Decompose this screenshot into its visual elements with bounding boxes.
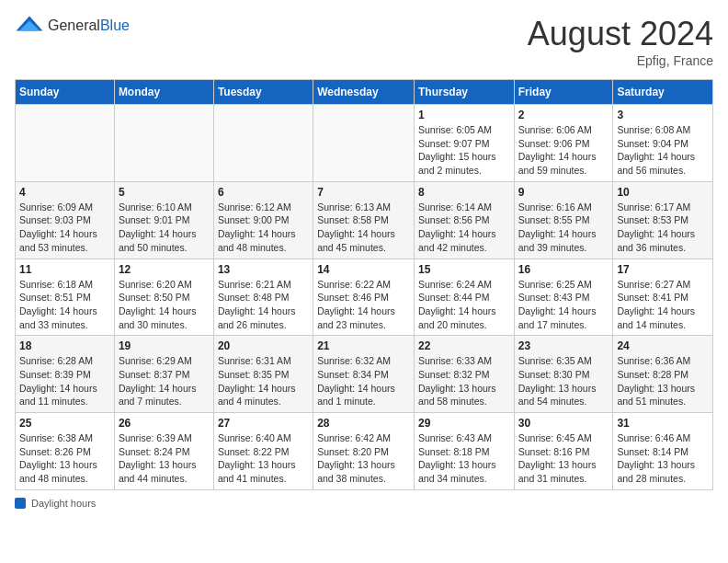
location-subtitle: Epfig, France [528,53,713,68]
calendar-cell: 27Sunrise: 6:40 AMSunset: 8:22 PMDayligh… [213,413,313,490]
day-info: Sunrise: 6:28 AMSunset: 8:39 PMDaylight:… [19,354,110,408]
day-number: 26 [119,417,210,430]
weekday-header-friday: Friday [514,80,613,105]
calendar-cell: 9Sunrise: 6:16 AMSunset: 8:55 PMDaylight… [514,181,613,259]
weekday-header-row: SundayMondayTuesdayWednesdayThursdayFrid… [16,80,713,105]
day-number: 4 [19,186,110,199]
day-number: 8 [418,186,510,199]
day-number: 20 [218,339,309,352]
logo: GeneralBlue [15,15,130,37]
day-info: Sunrise: 6:08 AMSunset: 9:04 PMDaylight:… [617,123,709,178]
day-number: 17 [617,263,709,276]
day-number: 5 [119,186,210,199]
calendar-cell: 23Sunrise: 6:35 AMSunset: 8:30 PMDayligh… [514,336,613,413]
calendar-cell: 22Sunrise: 6:33 AMSunset: 8:32 PMDayligh… [414,336,514,413]
day-info: Sunrise: 6:33 AMSunset: 8:32 PMDaylight:… [418,354,510,408]
calendar-cell [16,105,115,182]
calendar-cell: 8Sunrise: 6:14 AMSunset: 8:56 PMDaylight… [414,181,514,259]
day-info: Sunrise: 6:22 AMSunset: 8:46 PMDaylight:… [317,278,410,332]
day-number: 30 [518,417,609,430]
calendar-cell: 10Sunrise: 6:17 AMSunset: 8:53 PMDayligh… [613,181,713,259]
calendar-cell: 16Sunrise: 6:25 AMSunset: 8:43 PMDayligh… [514,259,613,336]
calendar-table: SundayMondayTuesdayWednesdayThursdayFrid… [15,79,713,490]
day-info: Sunrise: 6:27 AMSunset: 8:41 PMDaylight:… [617,278,709,332]
calendar-cell: 30Sunrise: 6:45 AMSunset: 8:16 PMDayligh… [514,413,613,490]
calendar-cell: 1Sunrise: 6:05 AMSunset: 9:07 PMDaylight… [414,105,514,182]
calendar-cell: 29Sunrise: 6:43 AMSunset: 8:18 PMDayligh… [414,413,514,490]
calendar-cell [213,105,313,182]
calendar-cell: 7Sunrise: 6:13 AMSunset: 8:58 PMDaylight… [313,181,415,259]
day-number: 2 [518,109,609,121]
day-info: Sunrise: 6:38 AMSunset: 8:26 PMDaylight:… [19,431,110,486]
day-number: 6 [218,186,309,199]
day-number: 19 [119,339,210,352]
calendar-cell: 20Sunrise: 6:31 AMSunset: 8:35 PMDayligh… [213,336,313,413]
day-number: 1 [418,109,510,121]
calendar-week-row: 25Sunrise: 6:38 AMSunset: 8:26 PMDayligh… [16,413,713,490]
day-info: Sunrise: 6:10 AMSunset: 9:01 PMDaylight:… [119,201,210,255]
calendar-cell: 2Sunrise: 6:06 AMSunset: 9:06 PMDaylight… [514,105,613,182]
day-number: 23 [518,339,609,352]
day-info: Sunrise: 6:16 AMSunset: 8:55 PMDaylight:… [518,201,609,255]
day-info: Sunrise: 6:31 AMSunset: 8:35 PMDaylight:… [218,354,309,408]
calendar-cell: 26Sunrise: 6:39 AMSunset: 8:24 PMDayligh… [114,413,213,490]
weekday-header-saturday: Saturday [613,80,713,105]
day-number: 9 [518,186,609,199]
logo-icon [15,15,44,37]
calendar-cell: 17Sunrise: 6:27 AMSunset: 8:41 PMDayligh… [613,259,713,336]
day-number: 13 [218,263,309,276]
day-number: 25 [19,417,110,430]
calendar-cell: 11Sunrise: 6:18 AMSunset: 8:51 PMDayligh… [16,259,115,336]
page-header: GeneralBlue August 2024 Epfig, France [15,15,713,68]
day-number: 27 [218,417,309,430]
calendar-cell [114,105,213,182]
day-info: Sunrise: 6:24 AMSunset: 8:44 PMDaylight:… [418,278,510,332]
logo-wordmark: GeneralBlue [48,17,130,34]
day-info: Sunrise: 6:06 AMSunset: 9:06 PMDaylight:… [518,123,609,178]
calendar-cell: 24Sunrise: 6:36 AMSunset: 8:28 PMDayligh… [613,336,713,413]
day-info: Sunrise: 6:32 AMSunset: 8:34 PMDaylight:… [317,354,410,408]
logo-general-text: General [48,17,100,33]
day-info: Sunrise: 6:09 AMSunset: 9:03 PMDaylight:… [19,201,110,255]
day-info: Sunrise: 6:05 AMSunset: 9:07 PMDaylight:… [418,123,510,178]
calendar-cell: 28Sunrise: 6:42 AMSunset: 8:20 PMDayligh… [313,413,415,490]
title-block: August 2024 Epfig, France [528,15,713,68]
calendar-cell: 12Sunrise: 6:20 AMSunset: 8:50 PMDayligh… [114,259,213,336]
day-info: Sunrise: 6:25 AMSunset: 8:43 PMDaylight:… [518,278,609,332]
day-number: 14 [317,263,410,276]
calendar-cell: 13Sunrise: 6:21 AMSunset: 8:48 PMDayligh… [213,259,313,336]
calendar-week-row: 18Sunrise: 6:28 AMSunset: 8:39 PMDayligh… [16,336,713,413]
calendar-cell: 18Sunrise: 6:28 AMSunset: 8:39 PMDayligh… [16,336,115,413]
day-info: Sunrise: 6:35 AMSunset: 8:30 PMDaylight:… [518,354,609,408]
weekday-header-tuesday: Tuesday [213,80,313,105]
day-number: 11 [19,263,110,276]
day-number: 16 [518,263,609,276]
weekday-header-wednesday: Wednesday [313,80,415,105]
calendar-cell [313,105,415,182]
month-year-title: August 2024 [528,15,713,53]
day-number: 15 [418,263,510,276]
day-number: 29 [418,417,510,430]
day-info: Sunrise: 6:29 AMSunset: 8:37 PMDaylight:… [119,354,210,408]
calendar-cell: 31Sunrise: 6:46 AMSunset: 8:14 PMDayligh… [613,413,713,490]
calendar-week-row: 11Sunrise: 6:18 AMSunset: 8:51 PMDayligh… [16,259,713,336]
calendar-cell: 5Sunrise: 6:10 AMSunset: 9:01 PMDaylight… [114,181,213,259]
day-info: Sunrise: 6:46 AMSunset: 8:14 PMDaylight:… [617,431,709,486]
legend-label: Daylight hours [31,498,96,509]
calendar-cell: 14Sunrise: 6:22 AMSunset: 8:46 PMDayligh… [313,259,415,336]
weekday-header-thursday: Thursday [414,80,514,105]
day-info: Sunrise: 6:43 AMSunset: 8:18 PMDaylight:… [418,431,510,486]
day-number: 12 [119,263,210,276]
calendar-cell: 6Sunrise: 6:12 AMSunset: 9:00 PMDaylight… [213,181,313,259]
calendar-cell: 21Sunrise: 6:32 AMSunset: 8:34 PMDayligh… [313,336,415,413]
calendar-cell: 3Sunrise: 6:08 AMSunset: 9:04 PMDaylight… [613,105,713,182]
day-info: Sunrise: 6:13 AMSunset: 8:58 PMDaylight:… [317,201,410,255]
day-number: 18 [19,339,110,352]
day-info: Sunrise: 6:42 AMSunset: 8:20 PMDaylight:… [317,431,410,486]
day-info: Sunrise: 6:14 AMSunset: 8:56 PMDaylight:… [418,201,510,255]
day-number: 31 [617,417,709,430]
calendar-cell: 25Sunrise: 6:38 AMSunset: 8:26 PMDayligh… [16,413,115,490]
weekday-header-sunday: Sunday [16,80,115,105]
calendar-cell: 4Sunrise: 6:09 AMSunset: 9:03 PMDaylight… [16,181,115,259]
day-info: Sunrise: 6:45 AMSunset: 8:16 PMDaylight:… [518,431,609,486]
